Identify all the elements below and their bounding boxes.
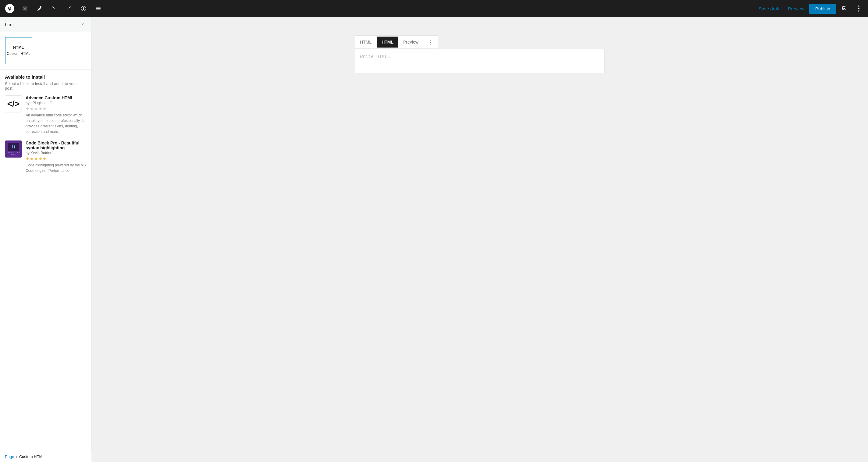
plugin-author-2: by Kevin Batdorf bbox=[26, 151, 86, 155]
svg-point-7 bbox=[858, 10, 860, 11]
plugin-icon-code-block-pro: { } CODE BLOCK PRO bbox=[5, 141, 22, 158]
plugin-stars-2: ★ ★ ★ ★ ★ bbox=[26, 156, 86, 161]
svg-rect-2 bbox=[96, 7, 100, 8]
edit-button[interactable] bbox=[33, 2, 46, 15]
block-results: HTML Custom HTML bbox=[0, 32, 91, 69]
info-button[interactable] bbox=[77, 2, 90, 15]
star-1-2: ★ bbox=[30, 106, 34, 111]
plugin-desc-2: Code highlighting powered by the VS Code… bbox=[26, 162, 86, 174]
wp-logo[interactable] bbox=[2, 1, 17, 16]
block-icon-text: HTML bbox=[13, 45, 24, 50]
breadcrumb: Page › Custom HTML bbox=[0, 451, 91, 462]
breadcrumb-page[interactable]: Page bbox=[5, 454, 14, 459]
plugin-info-advance-custom-html: Advance Custom HTML by bPlugins LLC ★ ★ … bbox=[26, 95, 86, 134]
settings-button[interactable] bbox=[838, 2, 851, 15]
plugin-author-1: by bPlugins LLC bbox=[26, 101, 86, 105]
tab-html-view[interactable]: HTML bbox=[355, 37, 376, 48]
available-description: Select a block to install and add it to … bbox=[5, 81, 86, 91]
block-more-options-button[interactable]: ⋮ bbox=[424, 36, 438, 49]
plugin-info-code-block-pro: Code Block Pro - Beautiful syntax highli… bbox=[26, 141, 86, 174]
plugin-item-advance-custom-html: </> Advance Custom HTML by bPlugins LLC … bbox=[5, 95, 86, 134]
close-button[interactable] bbox=[18, 2, 32, 15]
star-2-4: ★ bbox=[38, 156, 42, 161]
custom-html-block[interactable]: HTML Custom HTML bbox=[5, 37, 32, 64]
svg-point-6 bbox=[858, 8, 860, 9]
plugin-name-2: Code Block Pro - Beautiful syntax highli… bbox=[26, 141, 86, 150]
code-block-pro-screen: { } bbox=[8, 143, 19, 151]
search-bar: × bbox=[0, 17, 91, 32]
svg-point-5 bbox=[858, 5, 860, 7]
star-2-1: ★ bbox=[26, 156, 30, 161]
html-editor-box: Write HTML… bbox=[355, 49, 605, 73]
save-draft-button[interactable]: Save draft bbox=[755, 4, 783, 13]
plugin-icon-advance-custom-html: </> bbox=[5, 95, 22, 113]
publish-button[interactable]: Publish bbox=[809, 4, 836, 14]
star-1-4: ★ bbox=[38, 106, 42, 111]
star-1-3: ★ bbox=[34, 106, 38, 111]
block-toolbar: HTML HTML Preview ⋮ bbox=[355, 35, 438, 49]
plugin-stars-1: ★ ★ ★ ★ ★ bbox=[26, 106, 86, 111]
right-content: HTML HTML Preview ⋮ Write HTML… bbox=[91, 17, 868, 462]
clear-search-button[interactable]: × bbox=[79, 21, 86, 28]
main-layout: × HTML Custom HTML Available to install … bbox=[0, 17, 868, 462]
left-panel: × HTML Custom HTML Available to install … bbox=[0, 17, 91, 451]
plugin-desc-1: An advance html code editor which enable… bbox=[26, 113, 86, 134]
top-toolbar: Save draft Preview Publish bbox=[0, 0, 868, 17]
code-block-pro-logo: { } CODE BLOCK PRO bbox=[5, 141, 22, 158]
editor-canvas: HTML HTML Preview ⋮ Write HTML… bbox=[343, 35, 617, 73]
star-2-2: ★ bbox=[30, 156, 34, 161]
available-section: Available to install Select a block to i… bbox=[0, 69, 91, 451]
menu-button[interactable] bbox=[91, 2, 105, 15]
star-2-3: ★ bbox=[34, 156, 38, 161]
undo-button[interactable] bbox=[48, 2, 61, 15]
breadcrumb-chevron: › bbox=[16, 454, 17, 459]
options-button[interactable] bbox=[852, 2, 866, 15]
tab-preview[interactable]: Preview bbox=[398, 37, 423, 48]
star-1-1: ★ bbox=[26, 106, 30, 111]
redo-button[interactable] bbox=[62, 2, 75, 15]
search-input[interactable] bbox=[5, 22, 79, 27]
plugin-name-1: Advance Custom HTML bbox=[26, 95, 86, 100]
available-title: Available to install bbox=[5, 74, 86, 80]
tab-html-active[interactable]: HTML bbox=[377, 37, 398, 48]
star-2-5: ★ bbox=[43, 156, 46, 161]
preview-button[interactable]: Preview bbox=[784, 4, 808, 13]
svg-rect-3 bbox=[96, 8, 100, 9]
plugin-item-code-block-pro: { } CODE BLOCK PRO Code Block Pro - Beau… bbox=[5, 141, 86, 174]
block-label: Custom HTML bbox=[7, 52, 30, 56]
star-1-5: ★ bbox=[43, 106, 46, 111]
breadcrumb-current: Custom HTML bbox=[19, 454, 45, 459]
html-editor-placeholder: Write HTML… bbox=[360, 54, 390, 59]
svg-rect-4 bbox=[96, 10, 100, 10]
